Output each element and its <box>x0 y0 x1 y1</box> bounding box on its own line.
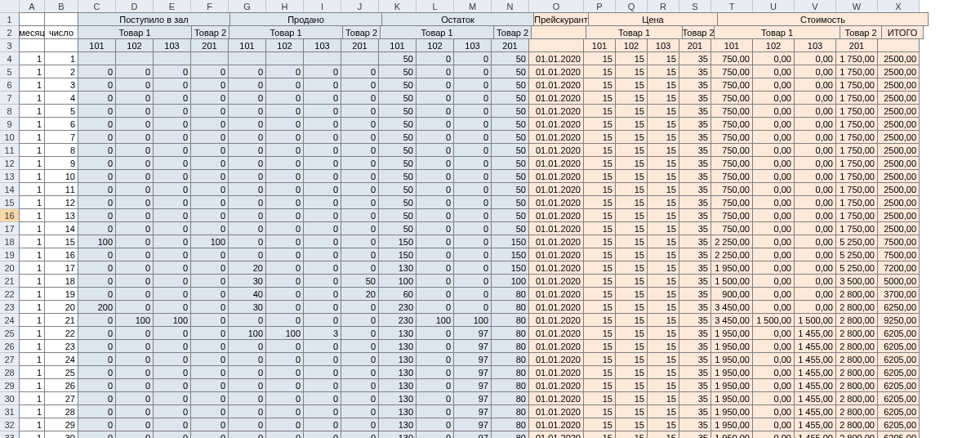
cell[interactable]: 0 <box>115 208 154 222</box>
cell[interactable]: 200 <box>78 300 116 314</box>
row-header[interactable]: 9 <box>0 117 20 131</box>
cell-cost[interactable]: 0,00 <box>752 143 795 157</box>
row-header[interactable]: 28 <box>0 365 20 379</box>
cell-price[interactable]: 35 <box>679 51 711 65</box>
cell-date[interactable]: 01.01.2020 <box>528 235 584 248</box>
cell-cost[interactable]: 750,00 <box>710 195 753 209</box>
cell-day[interactable]: 13 <box>44 208 78 222</box>
cell[interactable]: 97 <box>453 326 492 340</box>
cell[interactable]: 0 <box>153 78 191 92</box>
col-header-F[interactable]: F <box>190 0 229 13</box>
cell[interactable]: 0 <box>416 208 454 222</box>
cell[interactable]: 0 <box>453 182 492 196</box>
cell[interactable]: 0 <box>153 248 191 261</box>
cell[interactable]: 0 <box>115 117 154 131</box>
header-t2[interactable]: Товар 2 <box>342 25 381 39</box>
cell[interactable]: 0 <box>303 300 341 314</box>
header-total[interactable]: ИТОГО <box>881 25 924 39</box>
cell-cost[interactable]: 3 450,00 <box>710 300 753 314</box>
cell[interactable]: 0 <box>416 104 454 118</box>
cell-price[interactable]: 15 <box>615 391 648 405</box>
header-t1[interactable]: Товар 1 <box>229 25 343 39</box>
cell-price[interactable]: 35 <box>679 235 711 248</box>
cell[interactable]: 0 <box>416 221 454 235</box>
col-header-G[interactable]: G <box>228 0 266 13</box>
sub-102[interactable]: 102 <box>416 38 454 52</box>
cell[interactable]: 50 <box>491 143 529 157</box>
cell-date[interactable]: 01.01.2020 <box>528 274 584 288</box>
cell[interactable]: 0 <box>153 117 191 131</box>
cell[interactable]: 0 <box>303 130 341 144</box>
cell[interactable]: 0 <box>153 156 191 170</box>
header-t2[interactable]: Товар 2 <box>840 25 882 39</box>
cell-price[interactable]: 35 <box>679 418 711 431</box>
cell[interactable]: 0 <box>115 182 154 196</box>
cell-total[interactable]: 7200,00 <box>877 261 920 275</box>
cell-price[interactable]: 35 <box>679 156 711 170</box>
cell-cost[interactable]: 1 950,00 <box>710 339 753 353</box>
cell-price[interactable]: 15 <box>647 339 679 353</box>
cell[interactable]: 80 <box>491 352 529 366</box>
cell-month[interactable]: 1 <box>19 300 45 314</box>
cell[interactable]: 0 <box>453 274 492 288</box>
cell[interactable]: 50 <box>378 169 416 183</box>
cell-cost[interactable]: 1 750,00 <box>835 104 878 118</box>
cell[interactable]: 0 <box>303 208 341 222</box>
cell[interactable]: 50 <box>491 130 529 144</box>
cell[interactable] <box>19 12 45 26</box>
cell[interactable]: 0 <box>115 221 154 235</box>
cell[interactable]: 0 <box>228 65 266 78</box>
cell-month[interactable]: 1 <box>19 195 45 209</box>
cell[interactable]: 0 <box>190 274 229 288</box>
cell[interactable]: 100 <box>491 274 529 288</box>
cell[interactable]: 0 <box>303 221 341 235</box>
cell-cost[interactable]: 0,00 <box>752 104 795 118</box>
cell-date[interactable]: 01.01.2020 <box>528 91 584 105</box>
cell[interactable]: 50 <box>378 221 416 235</box>
cell[interactable]: 0 <box>265 391 304 405</box>
cell[interactable]: 0 <box>115 352 154 366</box>
header-cost[interactable]: Стоимость <box>717 12 929 26</box>
sub-102[interactable]: 102 <box>752 38 795 52</box>
cell[interactable]: 0 <box>341 300 379 314</box>
cell[interactable]: 0 <box>341 195 379 209</box>
cell[interactable]: 0 <box>153 91 191 105</box>
cell-price[interactable]: 15 <box>647 313 679 327</box>
col-header-B[interactable]: B <box>44 0 78 13</box>
cell-cost[interactable]: 1 750,00 <box>835 156 878 170</box>
cell-day[interactable]: 28 <box>44 404 78 418</box>
cell-total[interactable]: 2500,00 <box>877 117 920 131</box>
cell[interactable]: 0 <box>78 65 116 78</box>
cell[interactable]: 3 <box>303 326 341 340</box>
cell-cost[interactable]: 0,00 <box>752 418 795 431</box>
cell[interactable]: 0 <box>153 339 191 353</box>
cell-date[interactable]: 01.01.2020 <box>528 117 584 131</box>
cell[interactable]: 0 <box>265 365 304 379</box>
cell-price[interactable]: 15 <box>583 248 616 261</box>
cell[interactable]: 80 <box>491 418 529 431</box>
row-header[interactable]: 12 <box>0 156 20 170</box>
cell-day[interactable]: 9 <box>44 156 78 170</box>
cell[interactable] <box>190 51 229 65</box>
header-price[interactable]: Цена <box>588 12 718 26</box>
cell-month[interactable]: 1 <box>19 130 45 144</box>
cell-price[interactable]: 15 <box>583 261 616 275</box>
cell[interactable]: 0 <box>453 117 492 131</box>
cell-day[interactable]: 26 <box>44 378 78 392</box>
cell[interactable] <box>44 12 78 26</box>
cell[interactable]: 0 <box>228 91 266 105</box>
cell[interactable]: 0 <box>115 91 154 105</box>
col-header-Q[interactable]: Q <box>615 0 648 13</box>
cell[interactable]: 80 <box>491 313 529 327</box>
cell[interactable]: 0 <box>190 300 229 314</box>
sub-201[interactable]: 201 <box>679 38 711 52</box>
cell-total[interactable]: 2500,00 <box>877 130 920 144</box>
cell-cost[interactable]: 0,00 <box>752 130 795 144</box>
cell-price[interactable]: 15 <box>615 117 648 131</box>
cell-month[interactable]: 1 <box>19 51 45 65</box>
cell[interactable]: 20 <box>341 287 379 301</box>
cell[interactable]: 0 <box>228 248 266 261</box>
cell-cost[interactable]: 0,00 <box>752 378 795 392</box>
cell-cost[interactable]: 0,00 <box>752 248 795 261</box>
cell[interactable]: 0 <box>78 248 116 261</box>
